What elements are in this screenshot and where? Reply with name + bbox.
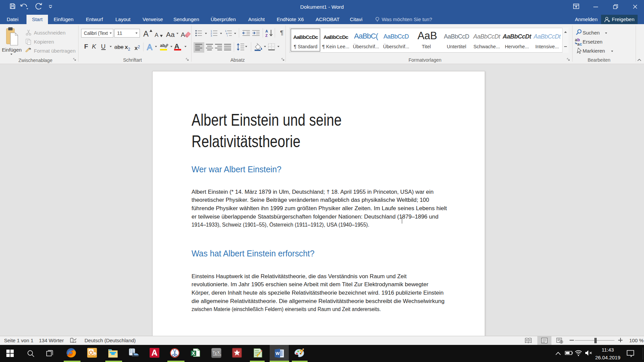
svg-text:X: X (192, 351, 195, 356)
svg-text:W: W (276, 351, 280, 356)
